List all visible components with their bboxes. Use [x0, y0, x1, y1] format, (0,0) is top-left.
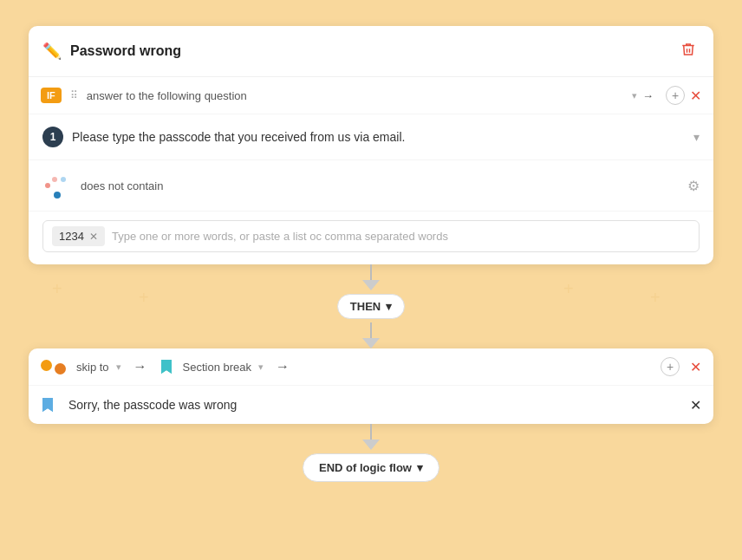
- end-connector: [362, 424, 380, 450]
- skip-to-label: skip to: [76, 361, 109, 374]
- remove-tag-button[interactable]: ✕: [89, 231, 98, 243]
- delete-card-button[interactable]: [677, 38, 700, 64]
- if-condition-row: IF ⠿ answer to the following question ▾ …: [29, 77, 713, 114]
- loading-icon: [42, 171, 72, 200]
- tag-input-placeholder[interactable]: Type one or more words, or paste a list …: [112, 230, 690, 243]
- connector-arrow-icon: →: [642, 89, 654, 102]
- end-logic-flow-button[interactable]: END of logic flow ▾: [303, 453, 439, 482]
- condition-row: does not contain ⚙: [29, 160, 713, 212]
- svg-point-19: [54, 192, 61, 199]
- condition-operator-label: does not contain: [81, 179, 687, 192]
- sorry-row: Sorry, the passcode was wrong ✕: [29, 386, 713, 424]
- connector-triangle-2: [362, 338, 380, 348]
- bottom-connector: [362, 322, 380, 348]
- condition-type-label: answer to the following question: [87, 89, 628, 102]
- remove-skip-button[interactable]: ✕: [690, 359, 701, 375]
- password-wrong-card: ✏️ Password wrong IF ⠿ answer to the fol…: [29, 26, 713, 264]
- add-skip-button[interactable]: +: [661, 357, 680, 376]
- end-dropdown-icon: ▾: [417, 461, 423, 474]
- then-label: THEN: [350, 300, 381, 313]
- skip-to-dropdown[interactable]: ▾: [116, 361, 121, 373]
- card-header: ✏️ Password wrong: [29, 26, 713, 77]
- sorry-bookmark-icon: [41, 396, 55, 413]
- connector-triangle: [362, 280, 380, 290]
- pencil-icon: ✏️: [42, 42, 62, 61]
- section-break-label: Section break: [183, 361, 252, 374]
- svg-text:+: +: [52, 279, 62, 298]
- question-number-badge: 1: [42, 127, 63, 147]
- end-label: END of logic flow: [319, 461, 412, 474]
- card-title: Password wrong: [70, 43, 677, 59]
- svg-text:+: +: [650, 288, 661, 307]
- question-dropdown-arrow[interactable]: ▾: [693, 130, 700, 144]
- sorry-message-text: Sorry, the passcode was wrong: [68, 398, 681, 412]
- tag-value: 1234: [59, 230, 84, 243]
- svg-text:+: +: [563, 279, 574, 298]
- svg-point-16: [45, 183, 50, 188]
- add-condition-button[interactable]: +: [666, 86, 685, 105]
- skip-arrow-icon: →: [133, 359, 147, 374]
- question-row: 1 Please type the passcode that you rece…: [29, 114, 713, 160]
- skip-to-card: skip to ▾ → Section break ▾ → + ✕: [29, 348, 713, 424]
- end-connector-triangle: [362, 440, 380, 450]
- condition-settings-button[interactable]: ⚙: [687, 178, 700, 194]
- svg-point-17: [52, 177, 57, 182]
- then-dropdown-icon: ▾: [386, 300, 392, 313]
- top-connector: [362, 264, 380, 290]
- remove-sorry-message-button[interactable]: ✕: [690, 397, 701, 413]
- skip-icon: [41, 360, 66, 374]
- if-badge: IF: [41, 88, 62, 103]
- then-button[interactable]: THEN ▾: [337, 294, 405, 319]
- tag-input-row: 1234 ✕ Type one or more words, or paste …: [29, 212, 713, 264]
- section-break-dropdown[interactable]: ▾: [258, 361, 264, 373]
- drag-handle-icon: ⠿: [70, 89, 80, 101]
- skip-to-row: skip to ▾ → Section break ▾ → + ✕: [29, 348, 713, 386]
- condition-dropdown-arrow[interactable]: ▾: [632, 90, 637, 101]
- bookmark-teal-icon: [159, 358, 173, 375]
- svg-text:+: +: [139, 288, 149, 307]
- section-break-arrow: →: [276, 359, 290, 374]
- svg-point-18: [61, 177, 66, 182]
- remove-condition-button[interactable]: ✕: [690, 88, 701, 104]
- question-text: Please type the passcode that you receiv…: [72, 130, 690, 144]
- tag-chip-1234: 1234 ✕: [52, 226, 105, 246]
